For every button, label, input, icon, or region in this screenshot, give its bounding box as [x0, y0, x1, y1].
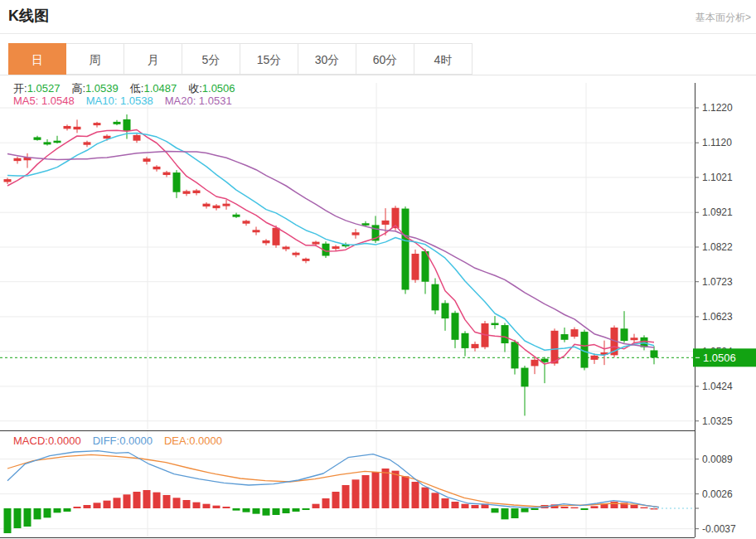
price-tick-3: 1.0921	[702, 206, 733, 218]
kline-widget: K线图 基本面分析> 日周月5分15分30分60分4时 开:1.0527高:1.…	[0, 0, 756, 539]
interval-tabs: 日周月5分15分30分60分4时	[8, 43, 472, 75]
kline-chart[interactable]: 1.12201.11201.10211.09211.08221.07231.06…	[0, 75, 756, 431]
tab-interval-1[interactable]: 周	[66, 43, 124, 75]
price-tick-0: 1.1220	[702, 102, 733, 114]
tab-interval-0[interactable]: 日	[8, 43, 66, 75]
price-tick-5: 1.0723	[702, 276, 733, 288]
tab-interval-2[interactable]: 月	[124, 43, 182, 75]
macd-gridlines	[0, 431, 695, 537]
fundamental-analysis-link[interactable]: 基本面分析>	[695, 11, 751, 25]
price-axis: 1.12201.11201.10211.09211.08221.07231.06…	[695, 83, 733, 431]
tab-interval-5[interactable]: 30分	[298, 43, 356, 75]
tab-interval-3[interactable]: 5分	[182, 43, 240, 75]
macd-tick-2: -0.0037	[702, 523, 736, 535]
ma10-line	[7, 134, 654, 356]
tab-interval-6[interactable]: 60分	[356, 43, 414, 75]
macd-axis: 0.00890.0026-0.0037	[695, 431, 736, 537]
price-tick-1: 1.1120	[702, 137, 732, 148]
current-price-badge: 1.0506	[693, 348, 756, 367]
price-tick-4: 1.0822	[702, 241, 733, 253]
current-price-label: 1.0506	[703, 352, 736, 364]
price-tick-8: 1.0424	[702, 381, 733, 392]
macd-histogram	[4, 469, 658, 533]
tab-interval-7[interactable]: 4时	[414, 43, 472, 75]
candlesticks	[4, 114, 658, 415]
macd-tick-0: 0.0089	[702, 454, 733, 465]
gridlines	[0, 83, 695, 430]
price-tick-6: 1.0623	[702, 311, 733, 323]
page-title: K线图	[8, 6, 49, 26]
tab-interval-4[interactable]: 15分	[240, 43, 298, 75]
price-tick-9: 1.0325	[702, 415, 733, 427]
price-tick-2: 1.1021	[702, 172, 733, 183]
header-divider	[0, 33, 756, 34]
interval-tab-bar: 日周月5分15分30分60分4时	[0, 43, 756, 75]
ma20-line	[7, 152, 654, 347]
macd-tick-1: 0.0026	[702, 488, 733, 500]
macd-chart[interactable]: 0.00890.0026-0.0037	[0, 431, 756, 539]
